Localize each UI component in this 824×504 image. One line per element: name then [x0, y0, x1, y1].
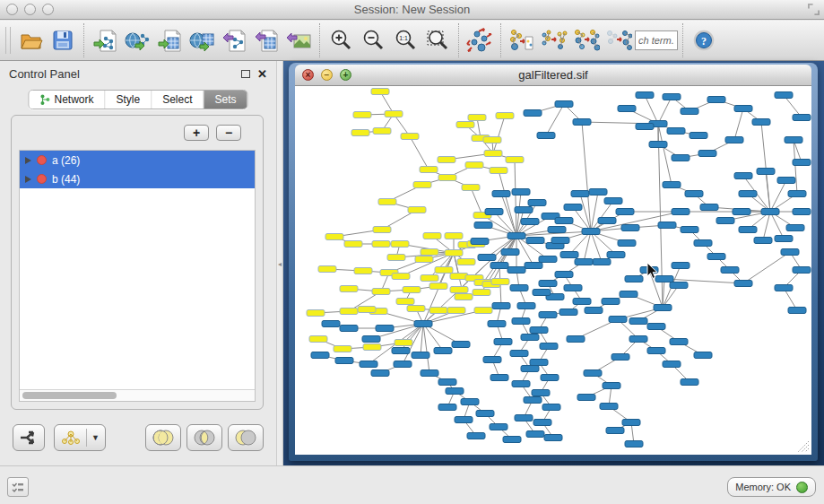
graph-node[interactable] [793, 209, 811, 215]
graph-node[interactable] [401, 134, 419, 140]
graph-node[interactable] [793, 160, 811, 166]
graph-node[interactable] [334, 346, 351, 352]
graph-node[interactable] [376, 326, 394, 332]
graph-node[interactable] [533, 290, 551, 296]
apply-layout-button[interactable] [464, 23, 496, 57]
graph-node[interactable] [372, 289, 390, 295]
graph-node[interactable] [681, 227, 698, 233]
graph-node[interactable] [392, 348, 410, 354]
graph-node[interactable] [577, 395, 595, 401]
float-panel-icon[interactable] [241, 70, 250, 78]
graph-node[interactable] [598, 218, 616, 224]
graph-node[interactable] [415, 256, 433, 263]
graph-node[interactable] [672, 209, 690, 215]
graph-node[interactable] [413, 182, 431, 188]
open-session-button[interactable] [14, 23, 47, 57]
graph-node[interactable] [752, 119, 770, 126]
graph-node[interactable] [517, 303, 535, 309]
graph-node[interactable] [395, 340, 412, 346]
create-set-dropdown-button[interactable]: ▼ [54, 424, 106, 451]
graph-node[interactable] [455, 417, 473, 423]
graph-node[interactable] [584, 370, 602, 377]
graph-node[interactable] [618, 240, 636, 247]
graph-node[interactable] [548, 227, 566, 233]
graph-node[interactable] [663, 182, 681, 188]
graph-node[interactable] [429, 308, 447, 314]
graph-node[interactable] [786, 225, 804, 231]
graph-node[interactable] [387, 255, 405, 261]
graph-node[interactable] [636, 92, 654, 99]
graph-node[interactable] [567, 336, 585, 343]
graph-node[interactable] [600, 404, 618, 410]
graph-node[interactable] [434, 348, 452, 354]
graph-node[interactable] [494, 339, 512, 345]
collapse-panel-icon[interactable]: ◂ [278, 260, 282, 268]
graph-node[interactable] [420, 167, 438, 173]
graph-node[interactable] [788, 191, 806, 197]
graph-node[interactable] [754, 238, 772, 244]
graph-node[interactable] [471, 239, 489, 245]
graph-node[interactable] [707, 254, 725, 260]
graph-node[interactable] [603, 383, 620, 389]
graph-node[interactable] [385, 111, 403, 117]
graph-node[interactable] [575, 259, 593, 265]
graph-node[interactable] [340, 326, 358, 332]
graph-node[interactable] [438, 379, 456, 386]
new-network-from-selection-button[interactable] [506, 23, 538, 57]
graph-node[interactable] [526, 431, 544, 438]
graph-node[interactable] [585, 308, 603, 314]
graph-node[interactable] [483, 357, 501, 363]
graph-node[interactable] [307, 310, 325, 317]
graph-node[interactable] [473, 290, 490, 296]
graph-node[interactable] [456, 122, 474, 128]
graph-node[interactable] [672, 263, 690, 269]
union-sets-button[interactable] [145, 424, 181, 451]
add-set-button[interactable]: + [184, 125, 209, 141]
graph-node[interactable] [606, 428, 624, 434]
set-row-b[interactable]: b (44) [20, 169, 255, 188]
graph-node[interactable] [620, 291, 638, 298]
graph-node[interactable] [423, 233, 441, 239]
graph-node[interactable] [421, 275, 438, 282]
graph-node[interactable] [421, 370, 438, 377]
network-canvas[interactable] [295, 86, 811, 455]
graph-node[interactable] [309, 336, 327, 343]
graph-node[interactable] [490, 424, 507, 430]
graph-node[interactable] [407, 306, 425, 312]
task-history-button[interactable] [7, 477, 29, 497]
graph-node[interactable] [658, 222, 676, 229]
graph-node[interactable] [373, 227, 391, 233]
graph-node[interactable] [528, 200, 546, 206]
graph-node[interactable] [694, 240, 712, 247]
graph-node[interactable] [483, 137, 501, 143]
graph-node[interactable] [622, 420, 640, 426]
graph-node[interactable] [611, 354, 629, 361]
graph-node[interactable] [539, 312, 557, 318]
graph-node[interactable] [373, 128, 391, 135]
export-image-button[interactable] [282, 23, 315, 57]
graph-node[interactable] [761, 209, 779, 215]
graph-node[interactable] [618, 106, 636, 112]
graph-node[interactable] [681, 379, 698, 386]
graph-node[interactable] [408, 207, 426, 213]
graph-node[interactable] [371, 89, 389, 95]
graph-node[interactable] [515, 207, 533, 213]
zoom-actual-size-button[interactable]: 1:1 [389, 23, 421, 57]
graph-node[interactable] [602, 299, 620, 305]
graph-node[interactable] [512, 381, 530, 387]
graph-node[interactable] [362, 336, 380, 343]
graph-node[interactable] [311, 352, 329, 359]
graph-node[interactable] [446, 388, 464, 395]
graph-node[interactable] [625, 276, 643, 282]
graph-node[interactable] [378, 199, 396, 205]
graph-node[interactable] [438, 404, 456, 411]
graph-node[interactable] [484, 151, 502, 157]
graph-node[interactable] [555, 218, 573, 224]
select-connected-button[interactable] [570, 23, 603, 57]
graph-node[interactable] [340, 308, 358, 315]
disclosure-triangle-icon[interactable] [25, 176, 31, 183]
graph-node[interactable] [625, 441, 643, 448]
graph-node[interactable] [525, 263, 542, 269]
graph-node[interactable] [533, 420, 551, 426]
graph-node[interactable] [450, 287, 468, 293]
